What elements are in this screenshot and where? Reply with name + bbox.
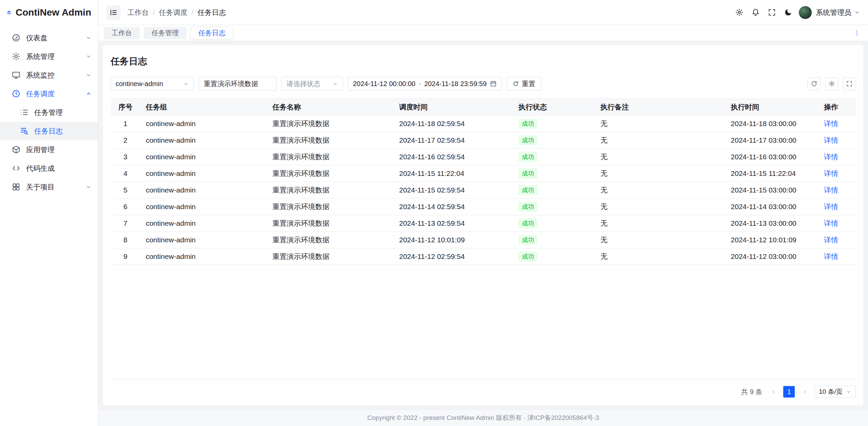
- sidebar-item-dashboard[interactable]: 仪表盘: [0, 28, 98, 47]
- detail-link[interactable]: 详情: [824, 219, 838, 227]
- page-1-button[interactable]: 1: [783, 386, 795, 398]
- pagination: 共 9 条 1 10 条/页: [111, 379, 856, 398]
- task-log-card: 任务日志 continew-admin 请选择状态 2024-11-12 00:…: [103, 45, 863, 405]
- breadcrumb-item[interactable]: 任务调度: [159, 8, 188, 17]
- page-size-select[interactable]: 10 条/页: [814, 386, 856, 398]
- cell-schedule-time: 2024-11-16 02:59:54: [394, 149, 513, 165]
- tab-task-log[interactable]: 任务日志: [191, 27, 233, 39]
- pagination-total: 共 9 条: [741, 387, 762, 397]
- sidebar-item-task-schedule[interactable]: 任务调度: [0, 84, 98, 103]
- cell-note: 无: [595, 199, 726, 215]
- cell-exec-time: 2024-11-16 03:00:00: [725, 149, 818, 165]
- breadcrumb-item[interactable]: 工作台: [127, 8, 149, 17]
- dark-mode-button[interactable]: [780, 4, 796, 21]
- cell-index: 5: [111, 182, 140, 199]
- cell-group: continew-admin: [140, 116, 267, 132]
- breadcrumb-item[interactable]: 任务日志: [198, 8, 226, 17]
- sidebar-item-app-management[interactable]: 应用管理: [0, 140, 98, 159]
- settings-icon: [12, 52, 21, 61]
- cell-action: 详情: [818, 232, 856, 248]
- detail-link[interactable]: 详情: [824, 186, 838, 194]
- tab-workbench[interactable]: 工作台: [104, 27, 140, 39]
- table-row: 8continew-admin重置演示环境数据2024-11-12 10:01:…: [111, 232, 856, 248]
- cell-group: continew-admin: [140, 199, 267, 215]
- chevron-down-icon: [854, 9, 860, 15]
- cell-index: 9: [111, 248, 140, 265]
- chevron-right-icon: [802, 389, 808, 395]
- cell-action: 详情: [818, 165, 856, 182]
- reset-button[interactable]: 重置: [507, 77, 541, 90]
- task-name-input[interactable]: [199, 77, 277, 90]
- status-badge: 成功: [518, 251, 537, 262]
- refresh-icon: [513, 81, 519, 87]
- detail-link[interactable]: 详情: [824, 136, 838, 144]
- fullscreen-button[interactable]: [764, 4, 780, 21]
- cell-exec-time: 2024-11-18 03:00:00: [725, 116, 818, 132]
- sidebar-item-label: 任务管理: [34, 108, 92, 117]
- calendar-icon: [490, 80, 497, 87]
- cell-exec-time: 2024-11-15 03:00:00: [725, 182, 818, 199]
- table-refresh-button[interactable]: [808, 77, 821, 90]
- cell-group: continew-admin: [140, 132, 267, 149]
- sidebar-item-about-project[interactable]: 关于项目: [0, 178, 98, 196]
- column-header: 序号: [111, 99, 140, 116]
- notifications-button[interactable]: [747, 4, 764, 21]
- cell-index: 4: [111, 165, 140, 182]
- detail-link[interactable]: 详情: [824, 252, 838, 260]
- status-badge: 成功: [518, 202, 537, 212]
- sidebar-item-label: 系统监控: [26, 70, 80, 80]
- cell-group: continew-admin: [140, 165, 267, 182]
- cell-status: 成功: [513, 248, 595, 265]
- status-select[interactable]: 请选择状态: [281, 77, 343, 90]
- cell-group: continew-admin: [140, 215, 267, 232]
- main-area: 工作台/任务调度/任务日志 系统管理员 工作台任务管理任务日志 任务日志 con…: [98, 0, 868, 426]
- prev-page-button[interactable]: [768, 386, 779, 398]
- cell-status: 成功: [513, 116, 595, 132]
- breadcrumb-separator: /: [192, 8, 194, 17]
- avatar[interactable]: [799, 6, 812, 19]
- cube-icon: [12, 145, 21, 154]
- filter-bar: continew-admin 请选择状态 2024-11-12 00:00:00…: [111, 77, 856, 90]
- chevron-down-icon: [85, 184, 92, 190]
- grid-icon: [12, 182, 21, 191]
- table-fullscreen-button[interactable]: [843, 77, 856, 90]
- tab-more-button[interactable]: [851, 27, 863, 39]
- cell-group: continew-admin: [140, 149, 267, 165]
- detail-link[interactable]: 详情: [824, 203, 838, 210]
- top-header: 工作台/任务调度/任务日志 系统管理员: [98, 0, 868, 25]
- date-range-picker[interactable]: 2024-11-12 00:00:00 - 2024-11-18 23:59:5…: [348, 77, 502, 90]
- cell-status: 成功: [513, 149, 595, 165]
- detail-link[interactable]: 详情: [824, 120, 838, 127]
- clock-icon: [12, 89, 21, 98]
- chevron-down-icon: [183, 81, 189, 87]
- tab-task-management[interactable]: 任务管理: [144, 27, 186, 39]
- cell-action: 详情: [818, 199, 856, 215]
- detail-link[interactable]: 详情: [824, 153, 838, 161]
- user-menu[interactable]: 系统管理员: [816, 8, 860, 17]
- breadcrumb-separator: /: [153, 8, 155, 17]
- column-header: 执行状态: [513, 99, 595, 116]
- dashboard-icon: [12, 33, 21, 42]
- table-row: 6continew-admin重置演示环境数据2024-11-14 02:59:…: [111, 199, 856, 215]
- date-separator: -: [419, 80, 421, 88]
- table-settings-button[interactable]: [825, 77, 838, 90]
- menu-fold-icon: [110, 8, 118, 17]
- header-settings-button[interactable]: [731, 4, 747, 21]
- sidebar-item-system-monitor[interactable]: 系统监控: [0, 66, 98, 84]
- task-group-select[interactable]: continew-admin: [111, 77, 194, 90]
- next-page-button[interactable]: [799, 386, 810, 398]
- cell-index: 2: [111, 132, 140, 149]
- cell-action: 详情: [818, 116, 856, 132]
- sidebar-item-code-generation[interactable]: 代码生成: [0, 159, 98, 178]
- table-row: 1continew-admin重置演示环境数据2024-11-18 02:59:…: [111, 116, 856, 132]
- detail-link[interactable]: 详情: [824, 236, 838, 244]
- sidebar-item-task-management[interactable]: 任务管理: [0, 103, 98, 122]
- cell-schedule-time: 2024-11-15 02:59:54: [394, 182, 513, 199]
- detail-link[interactable]: 详情: [824, 169, 838, 177]
- sidebar-collapse-button[interactable]: [106, 5, 121, 20]
- sidebar-item-task-log[interactable]: 任务日志: [0, 122, 98, 140]
- sidebar-item-system-management[interactable]: 系统管理: [0, 47, 98, 66]
- cell-name: 重置演示环境数据: [267, 182, 394, 199]
- cell-exec-time: 2024-11-17 03:00:00: [725, 132, 818, 149]
- table-container: 序号任务组任务名称调度时间执行状态执行备注执行时间操作 1continew-ad…: [111, 99, 856, 379]
